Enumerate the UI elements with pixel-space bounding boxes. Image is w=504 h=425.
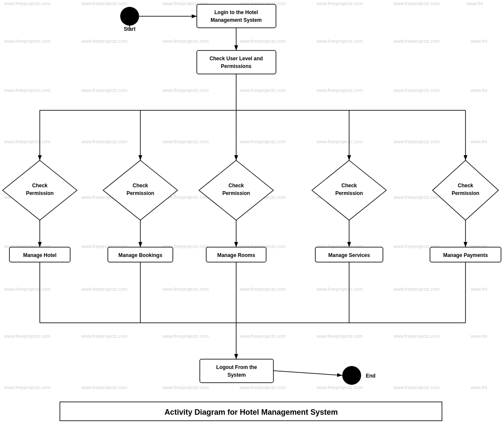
svg-text:www.freeprojectz.com: www.freeprojectz.com xyxy=(4,88,50,93)
svg-text:www.freeprojectz.com: www.freeprojectz.com xyxy=(316,139,363,144)
svg-text:www.freeprojectz.com: www.freeprojectz.com xyxy=(162,286,209,292)
svg-text:Check: Check xyxy=(341,183,357,189)
svg-text:www.freeprojectz.com: www.freeprojectz.com xyxy=(239,286,286,292)
svg-text:Check: Check xyxy=(458,183,473,189)
svg-text:Permission: Permission xyxy=(26,190,54,196)
svg-text:www.fre: www.fre xyxy=(470,334,487,339)
svg-text:www.freeprojectz.com: www.freeprojectz.com xyxy=(393,139,440,144)
logout-text1: Logout From the xyxy=(216,364,257,370)
svg-text:www.freeprojectz.com: www.freeprojectz.com xyxy=(239,139,286,144)
svg-line-96 xyxy=(273,371,342,375)
manage-services-text: Manage Services xyxy=(328,252,370,258)
manage-hotel-text: Manage Hotel xyxy=(23,252,56,258)
login-text-line1: Login to the Hotel xyxy=(214,9,258,15)
svg-text:www.freeprojectz.com: www.freeprojectz.com xyxy=(162,38,209,44)
svg-text:www.fre: www.fre xyxy=(470,385,487,390)
svg-text:www.fre: www.fre xyxy=(466,1,483,6)
svg-text:Permission: Permission xyxy=(335,190,363,196)
manage-rooms-text: Manage Rooms xyxy=(217,252,255,258)
svg-text:www.freeprojectz.com: www.freeprojectz.com xyxy=(81,286,127,292)
svg-text:Check: Check xyxy=(32,183,47,189)
svg-text:www.freeprojectz.com: www.freeprojectz.com xyxy=(4,139,50,144)
svg-text:www.freeprojectz.com: www.freeprojectz.com xyxy=(162,334,209,339)
svg-text:www.fre: www.fre xyxy=(470,38,487,44)
start-circle xyxy=(120,7,139,26)
logout-box xyxy=(200,359,273,383)
svg-text:www.freeprojectz.com: www.freeprojectz.com xyxy=(316,334,363,339)
svg-text:www.freeprojectz.com: www.freeprojectz.com xyxy=(162,139,209,144)
diagram-title: Activity Diagram for Hotel Management Sy… xyxy=(164,408,338,416)
end-label: End xyxy=(366,373,376,379)
svg-text:www.freeprojectz.com: www.freeprojectz.com xyxy=(393,385,440,390)
manage-bookings-text: Manage Bookings xyxy=(119,252,163,258)
svg-text:www.freeprojectz.com: www.freeprojectz.com xyxy=(162,385,209,390)
svg-text:www.freeprojectz.com: www.freeprojectz.com xyxy=(81,38,127,44)
svg-text:www.freeprojectz.com: www.freeprojectz.com xyxy=(393,286,440,292)
svg-text:www.freeprojectz.com: www.freeprojectz.com xyxy=(316,88,363,93)
svg-text:www.freeprojectz.com: www.freeprojectz.com xyxy=(81,334,127,339)
login-text-line2: Management System xyxy=(210,17,261,23)
svg-text:www.freeprojectz.com: www.freeprojectz.com xyxy=(81,1,127,6)
manage-payments-text: Manage Payments xyxy=(443,252,488,258)
svg-text:www.freeprojectz.com: www.freeprojectz.com xyxy=(393,38,440,44)
svg-text:www.freeprojectz.com: www.freeprojectz.com xyxy=(393,195,440,200)
svg-text:www.fre: www.fre xyxy=(470,286,487,292)
check-user-text2: Permissions xyxy=(221,63,252,69)
svg-text:www.freeprojectz.com: www.freeprojectz.com xyxy=(81,139,127,144)
check-user-level-box xyxy=(197,50,276,74)
svg-text:www.freeprojectz.com: www.freeprojectz.com xyxy=(316,1,363,6)
diagram-container: www.freeprojectz.com www.freeprojectz.co… xyxy=(0,0,504,425)
svg-text:www.freeprojectz.com: www.freeprojectz.com xyxy=(239,385,286,390)
svg-text:www.freeprojectz.com: www.freeprojectz.com xyxy=(81,88,127,93)
svg-text:Permission: Permission xyxy=(222,190,250,196)
svg-text:www.fre: www.fre xyxy=(470,88,487,93)
svg-text:www.freeprojectz.com: www.freeprojectz.com xyxy=(4,38,50,44)
svg-text:www.freeprojectz.com: www.freeprojectz.com xyxy=(316,38,363,44)
svg-text:Permission: Permission xyxy=(452,190,480,196)
svg-text:www.freeprojectz.com: www.freeprojectz.com xyxy=(4,334,50,339)
svg-text:www.freeprojectz.com: www.freeprojectz.com xyxy=(81,385,127,390)
svg-text:Permission: Permission xyxy=(127,190,154,196)
svg-text:www.freeprojectz.com: www.freeprojectz.com xyxy=(316,385,363,390)
svg-text:www.freeprojectz.com: www.freeprojectz.com xyxy=(393,88,440,93)
logout-text2: System xyxy=(228,372,246,378)
watermark: www.freeprojectz.com xyxy=(4,1,50,6)
svg-text:www.freeprojectz.com: www.freeprojectz.com xyxy=(316,286,363,292)
svg-text:www.freeprojectz.com: www.freeprojectz.com xyxy=(4,385,50,390)
svg-text:www.freeprojectz.com: www.freeprojectz.com xyxy=(162,88,209,93)
svg-text:Check: Check xyxy=(228,183,244,189)
svg-text:www.fre: www.fre xyxy=(470,139,487,144)
svg-text:www.freeprojectz.com: www.freeprojectz.com xyxy=(239,38,286,44)
login-box xyxy=(197,4,276,28)
svg-text:www.freeprojectz.com: www.freeprojectz.com xyxy=(239,334,286,339)
svg-text:www.freeprojectz.com: www.freeprojectz.com xyxy=(393,334,440,339)
svg-text:Check: Check xyxy=(133,183,148,189)
svg-text:www.freeprojectz.com: www.freeprojectz.com xyxy=(393,1,440,6)
svg-text:www.freeprojectz.com: www.freeprojectz.com xyxy=(4,286,50,292)
check-user-text1: Check User Level and xyxy=(210,56,263,62)
svg-text:www.freeprojectz.com: www.freeprojectz.com xyxy=(239,88,286,93)
end-circle xyxy=(342,366,361,385)
